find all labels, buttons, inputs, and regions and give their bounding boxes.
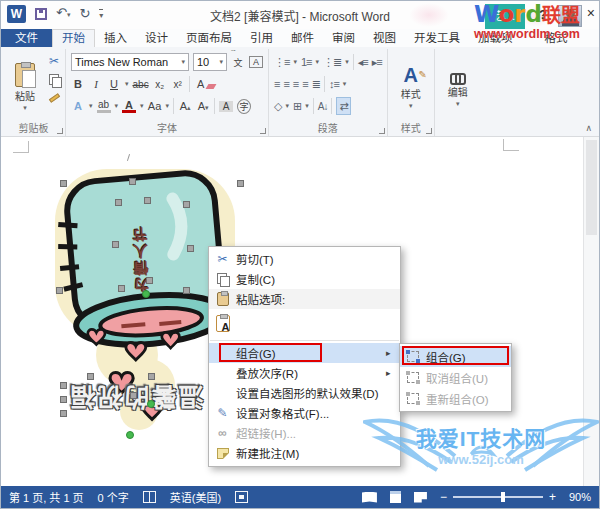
paragraph-dialog-launcher-icon[interactable] [379, 128, 385, 134]
language-indicator[interactable]: 英语(美国) [170, 489, 221, 505]
tab-design[interactable]: 设计 [136, 29, 177, 47]
menu-item-new-comment[interactable]: 新建批注(M) [209, 443, 400, 463]
character-border-icon[interactable]: A [249, 56, 263, 68]
tab-addins[interactable]: 加载项 [469, 29, 522, 47]
rotation-handle[interactable] [147, 400, 155, 408]
increase-indent-icon[interactable]: ▸≡ [372, 56, 382, 69]
zoom-slider[interactable] [453, 496, 543, 498]
sort-icon[interactable]: A↓ [318, 101, 328, 112]
justify-icon[interactable]: ≡ [302, 78, 307, 90]
superscript-button[interactable]: x² [171, 79, 185, 90]
selection-handle[interactable] [129, 178, 136, 185]
zoom-slider-thumb[interactable] [501, 492, 505, 502]
selection-handle[interactable] [130, 392, 137, 399]
multilevel-list-icon[interactable]: ⋮≣ [323, 56, 341, 69]
document-canvas[interactable]: 为情人节 温馨的祝福 ✂ 剪切(T) 复制(C) 粘贴选项: A [1, 137, 599, 488]
change-case-button[interactable]: Aa [148, 100, 162, 112]
shrink-font-button[interactable]: A▾ [196, 100, 210, 112]
close-icon[interactable]: × [587, 5, 595, 21]
tab-file[interactable]: 文件 [1, 29, 52, 47]
clear-formatting-icon[interactable]: A [194, 78, 208, 90]
tab-developer[interactable]: 开发工具 [405, 29, 469, 47]
selection-handle[interactable] [148, 373, 155, 380]
print-layout-icon[interactable] [390, 491, 401, 503]
text-effects-icon[interactable]: A [71, 100, 85, 112]
word-count[interactable]: 0 个字 [98, 489, 129, 505]
clipboard-dialog-launcher-icon[interactable] [57, 128, 63, 134]
vertical-scrollbar[interactable] [583, 137, 599, 488]
wordart-flipped-text[interactable]: 温馨的祝福 [51, 381, 221, 417]
help-icon[interactable]: ? [539, 7, 547, 22]
rotation-handle[interactable] [142, 290, 150, 298]
selection-handle[interactable] [56, 287, 63, 294]
selection-handle[interactable] [60, 382, 67, 389]
line-spacing-icon[interactable]: ↕≡ [329, 78, 339, 90]
zoom-out-button[interactable]: − [440, 490, 447, 504]
enclose-characters-icon[interactable]: 字 [237, 99, 251, 114]
menu-item-format-object[interactable]: ✎ 设置对象格式(F)... [209, 403, 400, 423]
menu-item-order[interactable]: 叠放次序(R) ▸ [209, 363, 400, 383]
editing-button[interactable]: 编辑 ▾ [440, 51, 476, 123]
align-center-icon[interactable]: ≡ [283, 78, 288, 90]
selection-handle[interactable] [87, 373, 94, 380]
tab-insert[interactable]: 插入 [95, 29, 136, 47]
macro-record-icon[interactable] [235, 491, 248, 503]
font-color-icon[interactable]: A [122, 100, 136, 113]
tab-mailings[interactable]: 邮件 [282, 29, 323, 47]
grow-font-button[interactable]: A▴ [178, 100, 192, 112]
tab-view[interactable]: 视图 [364, 29, 405, 47]
decrease-indent-icon[interactable]: ◂≡ [358, 56, 368, 69]
proofing-status-icon[interactable] [143, 491, 156, 503]
selection-handle[interactable] [60, 396, 67, 403]
strikethrough-button[interactable]: abc [133, 79, 149, 90]
distribute-icon[interactable]: ≣ [312, 78, 320, 91]
zoom-level[interactable]: 90% [569, 491, 591, 503]
scrollbar-thumb[interactable] [586, 140, 597, 235]
selection-handle[interactable] [60, 180, 67, 187]
collapse-ribbon-icon[interactable]: ∧ [585, 123, 592, 133]
menu-item-cut[interactable]: ✂ 剪切(T) [209, 249, 400, 269]
styles-button[interactable]: A 样式 ▾ [393, 51, 429, 123]
selection-handle[interactable] [187, 245, 194, 252]
tab-format[interactable]: 格式 [536, 29, 577, 47]
menu-item-copy[interactable]: 复制(C) [209, 269, 400, 289]
rotation-handle[interactable] [126, 431, 134, 439]
align-right-icon[interactable]: ≡ [293, 78, 298, 90]
font-size-select[interactable]: 10▾ [193, 53, 227, 71]
selection-handle[interactable] [183, 287, 190, 294]
tab-page-layout[interactable]: 页面布局 [177, 29, 241, 47]
align-left-icon[interactable]: ≡ [274, 78, 279, 90]
numbering-icon[interactable]: 1≡ [301, 56, 312, 68]
show-hide-marks-button[interactable]: ⇄ [336, 97, 350, 115]
read-mode-icon[interactable] [362, 492, 377, 503]
page-indicator[interactable]: 第 1 页, 共 1 页 [9, 489, 84, 505]
selection-handle[interactable] [237, 180, 244, 187]
selection-handle[interactable] [146, 277, 153, 284]
font-name-select[interactable]: Times New Roman▾ [71, 53, 189, 71]
zoom-in-button[interactable]: + [549, 490, 556, 504]
shading-icon[interactable]: ◇ [274, 100, 281, 113]
highlight-color-icon[interactable]: ab [97, 100, 111, 113]
italic-button[interactable]: I [89, 78, 103, 90]
selection-handle[interactable] [60, 410, 67, 417]
bullets-icon[interactable]: ⋮≡ [274, 56, 289, 69]
font-dialog-launcher-icon[interactable] [260, 128, 266, 134]
user-avatar[interactable] [558, 5, 582, 27]
underline-dropdown-icon[interactable]: ▾ [125, 80, 129, 88]
web-layout-icon[interactable] [414, 492, 427, 503]
submenu-item-group[interactable]: 组合(G) [400, 346, 511, 367]
underline-button[interactable]: U [107, 78, 121, 90]
menu-item-group[interactable]: 组合(G) ▸ [209, 343, 400, 363]
selection-handle[interactable] [183, 201, 190, 208]
selection-handle[interactable] [118, 285, 125, 292]
paste-option-keep-text[interactable]: A [209, 309, 400, 338]
menu-item-set-autoshape-defaults[interactable]: 设置自选图形的默认效果(D) [209, 383, 400, 403]
character-shading-icon[interactable]: A [219, 101, 233, 112]
tab-review[interactable]: 审阅 [323, 29, 364, 47]
bold-button[interactable]: B [71, 78, 85, 90]
selection-handle[interactable] [112, 241, 119, 248]
selection-handle[interactable] [144, 197, 151, 204]
contextual-tab-group-wordart[interactable]: 艺... [485, 4, 525, 29]
cut-icon[interactable]: ✂ [49, 54, 60, 68]
selection-handle[interactable] [115, 199, 122, 206]
